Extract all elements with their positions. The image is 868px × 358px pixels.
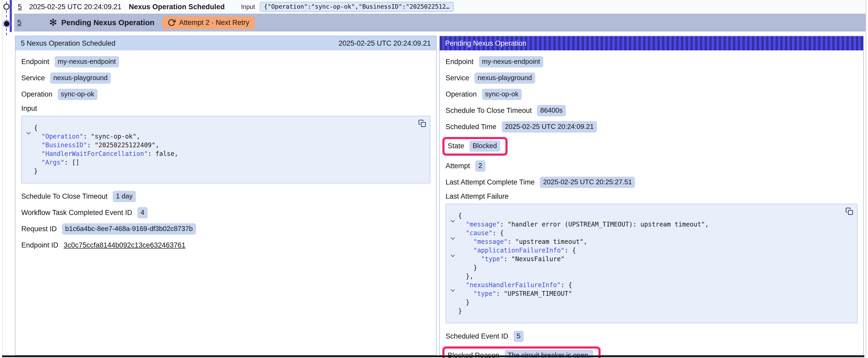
- group-id-link[interactable]: 5: [17, 19, 21, 27]
- event-detail-header: 5 Nexus Operation Scheduled 2025-02-25 U…: [16, 36, 436, 51]
- json-line: "cause": {: [449, 229, 852, 237]
- field-row: Endpointmy-nexus-endpoint: [21, 56, 430, 68]
- failure-section-label: Last Attempt Failure: [445, 192, 858, 200]
- pending-operation-header-title: Pending Nexus Operation: [445, 39, 526, 47]
- field-label: Scheduled Event ID: [445, 332, 508, 340]
- field-value-chip: 4: [137, 207, 147, 218]
- event-detail-header-timestamp: 2025-02-25 UTC 20:24:09.21: [339, 39, 431, 47]
- field-label: Operation: [445, 90, 477, 98]
- field-value-chip: 1 day: [113, 191, 136, 202]
- pending-operation-header: Pending Nexus Operation: [440, 36, 863, 51]
- field-value-chip: 5: [514, 331, 524, 342]
- field-row: Operationsync-op-ok: [445, 88, 858, 100]
- event-summary-row[interactable]: 5 2025-02-25 UTC 20:24:09.21 Nexus Opera…: [14, 0, 866, 14]
- field-value-chip: 86400s: [537, 105, 566, 116]
- json-line: "Operation": "sync-op-ok",: [25, 132, 425, 141]
- state-highlight-annotation: State Blocked: [442, 137, 507, 156]
- field-row: Scheduled Time2025-02-25 UTC 20:24:09.21: [445, 121, 858, 133]
- field-value-chip: sync-op-ok: [482, 89, 522, 100]
- failure-json-viewer: { "message": "handler error (UPSTREAM_TI…: [445, 204, 858, 323]
- selected-event-indicator-bar: [10, 0, 12, 32]
- field-label: Last Attempt Complete Time: [445, 178, 535, 186]
- json-line: "type": "UPSTREAM_TIMEOUT": [449, 290, 852, 298]
- event-id-link[interactable]: 5: [18, 3, 22, 11]
- field-label: Request ID: [21, 225, 57, 233]
- field-row: Endpoint ID3c0c75ccfa8144b092c13ce632463…: [21, 239, 430, 251]
- state-value-chip: Blocked: [469, 140, 500, 152]
- field-label: Endpoint ID: [21, 241, 58, 249]
- json-line: "Args": []: [25, 158, 425, 167]
- event-detail-panel: 5 Nexus Operation Scheduled 2025-02-25 U…: [15, 36, 437, 355]
- json-line: }: [449, 263, 852, 272]
- field-label: State: [448, 142, 464, 150]
- field-row: Schedule To Close Timeout1 day: [21, 190, 430, 202]
- field-label: Scheduled Time: [445, 123, 497, 131]
- nexus-star-icon: ✻: [49, 18, 57, 27]
- gutter-divider: [2, 0, 3, 358]
- field-row: Attempt2: [445, 160, 858, 172]
- json-line: {: [25, 124, 425, 132]
- field-label: Endpoint: [21, 58, 50, 66]
- event-history-screen: 5 2025-02-25 UTC 20:24:09.21 Nexus Opera…: [0, 0, 868, 358]
- field-value-chip: my-nexus-endpoint: [55, 56, 119, 67]
- timeline-pending-dot-icon: [4, 21, 9, 27]
- field-row: Servicenexus-playground: [445, 72, 858, 84]
- pending-operation-panel: Pending Nexus Operation Endpointmy-nexus…: [439, 36, 864, 355]
- field-label: Schedule To Close Timeout: [445, 106, 532, 115]
- field-label: Operation: [21, 90, 53, 98]
- event-timestamp: 2025-02-25 UTC 20:24:09.21: [29, 3, 121, 11]
- field-row: Endpointmy-nexus-endpoint: [445, 56, 858, 68]
- json-line: }: [25, 167, 425, 175]
- field-value-chip: nexus-playground: [474, 72, 535, 84]
- json-line: "applicationFailureInfo": {: [449, 246, 852, 255]
- pending-operation-row[interactable]: 5 ✻ Pending Nexus Operation Attempt 2 · …: [14, 14, 866, 32]
- group-title: Pending Nexus Operation: [61, 19, 154, 27]
- json-line: "BusinessID": "20250225122409",: [25, 141, 425, 150]
- field-row: Last Attempt Complete Time2025-02-25 UTC…: [445, 176, 858, 188]
- field-value-chip: my-nexus-endpoint: [479, 56, 543, 67]
- json-line: "HandlerWaitForCancellation": false,: [25, 150, 425, 158]
- event-detail-header-title: 5 Nexus Operation Scheduled: [21, 39, 115, 47]
- input-preview-chip[interactable]: {"Operation":"sync-op-ok","BusinessID":"…: [260, 2, 454, 12]
- input-label: Input: [241, 3, 255, 10]
- field-label: Service: [21, 74, 45, 82]
- field-value-chip: nexus-playground: [50, 72, 111, 84]
- input-section-label: Input: [21, 104, 430, 112]
- field-row: Schedule To Close Timeout86400s: [445, 104, 858, 117]
- copy-icon[interactable]: [418, 120, 426, 127]
- field-row: Servicenexus-playground: [21, 72, 430, 84]
- json-line: "nexusHandlerFailureInfo": {: [449, 281, 852, 290]
- json-line: }: [449, 307, 852, 316]
- field-value-chip: 2: [475, 160, 485, 172]
- copy-icon[interactable]: [845, 207, 853, 215]
- field-value-chip: 2025-02-25 UTC 20:24:09.21: [502, 121, 597, 133]
- field-row: Request IDb1c6a4bc-8ee7-468a-9169-df3b02…: [21, 223, 430, 235]
- field-label: Service: [445, 74, 469, 82]
- field-label: Endpoint: [445, 58, 474, 66]
- json-line: {: [449, 211, 852, 220]
- field-value-chip: b1c6a4bc-8ee7-468a-9169-df3b02c8737b: [62, 223, 196, 235]
- json-line: "message": "handler error (UPSTREAM_TIME…: [449, 220, 852, 229]
- json-line: "message": "upstream timeout",: [449, 237, 852, 246]
- field-label: Workflow Task Completed Event ID: [21, 209, 132, 217]
- field-row: Scheduled Event ID5: [445, 330, 858, 342]
- bottom-divider: [2, 355, 864, 357]
- input-json-viewer: { "Operation": "sync-op-ok", "BusinessID…: [21, 116, 430, 184]
- right-edge-divider: [866, 0, 866, 358]
- field-label: Schedule To Close Timeout: [21, 192, 107, 200]
- json-line: "type": "NexusFailure": [449, 255, 852, 263]
- event-title: Nexus Operation Scheduled: [129, 3, 225, 11]
- timeline-event-circle-icon: [3, 4, 9, 10]
- retry-status-badge: Attempt 2 · Next Retry: [162, 17, 254, 29]
- endpoint-id-link[interactable]: 3c0c75ccfa8144b092c13ce632463761: [64, 241, 185, 249]
- json-line: },: [449, 272, 852, 281]
- field-row: Workflow Task Completed Event ID4: [21, 206, 430, 219]
- json-line: }: [449, 298, 852, 307]
- field-value-chip: sync-op-ok: [58, 89, 97, 100]
- field-label: Attempt: [445, 162, 470, 170]
- refresh-icon: [167, 19, 176, 27]
- field-value-chip: 2025-02-25 UTC 20:25:27.51: [540, 176, 635, 188]
- field-row: Operationsync-op-ok: [21, 88, 430, 100]
- retry-badge-label: Attempt 2 · Next Retry: [179, 19, 249, 27]
